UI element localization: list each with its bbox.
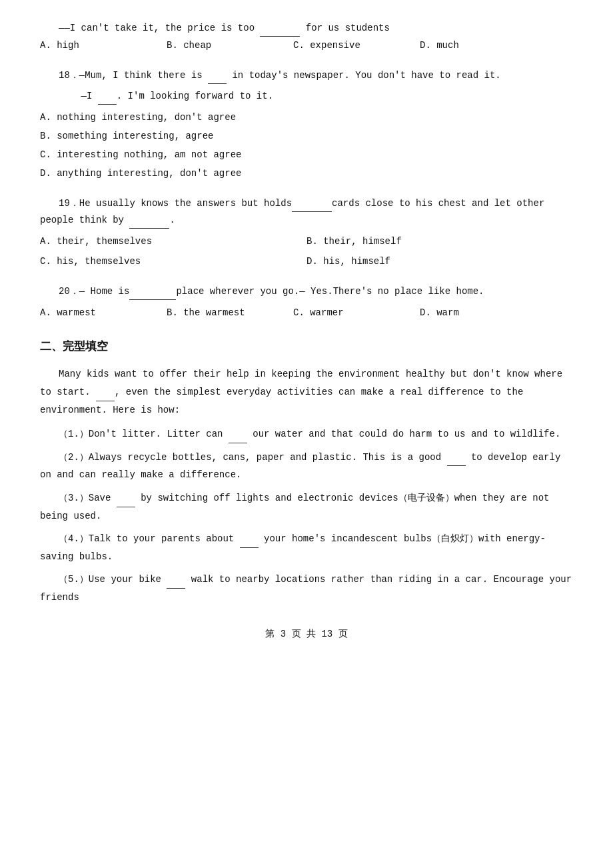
section2-heading: 二、完型填空 — [40, 337, 573, 357]
q20-option-c: C. warmer — [293, 304, 413, 323]
section2-intro: Many kids want to offer their help in ke… — [40, 365, 573, 419]
q19-option-b: B. their, himself — [306, 233, 573, 251]
q19-stem1: 19．He usually knows the answers but hold… — [40, 195, 573, 229]
q19-option-a: A. their, themselves — [40, 233, 306, 251]
cloze-item-1: （1.）Don't litter. Litter can our water a… — [40, 425, 573, 443]
cloze-item-4: （4.）Talk to your parents about your home… — [40, 530, 573, 565]
cloze-item-2: （2.）Always recycle bottles, cans, paper … — [40, 449, 573, 484]
question-18: 18．—Mum, I think there is in today's new… — [40, 67, 573, 183]
q17-option-b: B. cheap — [167, 37, 287, 55]
question-19: 19．He usually knows the answers but hold… — [40, 195, 573, 271]
question-17-continued: ——I can't take it, the price is too for … — [40, 20, 573, 55]
cloze-item-3: （3.）Save by switching off lights and ele… — [40, 489, 573, 525]
q18-stem1: 18．—Mum, I think there is in today's new… — [40, 67, 573, 84]
cloze-item-5: （5.）Use your bike walk to nearby locatio… — [40, 571, 573, 606]
q17-stem1: ——I can't take it, the price is too for … — [40, 20, 573, 37]
q17-option-c: C. expensive — [293, 37, 413, 55]
q17-option-d: D. much — [420, 37, 540, 55]
q20-options: A. warmest B. the warmest C. warmer D. w… — [40, 304, 573, 323]
q20-stem1: 20．— Home isplace wherever you go.— Yes.… — [40, 283, 573, 300]
q18-option-a: A. nothing interesting, don't agree — [40, 109, 573, 127]
q20-option-a: A. warmest — [40, 304, 160, 323]
q18-stem2: —I . I'm looking forward to it. — [40, 88, 573, 105]
q18-option-b: B. something interesting, agree — [40, 127, 573, 146]
q17-option-a: A. high — [40, 37, 160, 55]
question-20: 20．— Home isplace wherever you go.— Yes.… — [40, 283, 573, 323]
page-footer: 第 3 页 共 13 页 — [40, 627, 573, 643]
q19-option-d: D. his, himself — [306, 253, 573, 271]
q20-option-b: B. the warmest — [167, 304, 287, 323]
q19-options: A. their, themselves B. their, himself C… — [40, 233, 573, 271]
q18-option-d: D. anything interesting, don't agree — [40, 165, 573, 183]
q17-options: A. high B. cheap C. expensive D. much — [40, 37, 573, 55]
q18-option-c: C. interesting nothing, am not agree — [40, 146, 573, 165]
q20-option-d: D. warm — [420, 304, 540, 323]
q19-option-c: C. his, themselves — [40, 253, 306, 271]
